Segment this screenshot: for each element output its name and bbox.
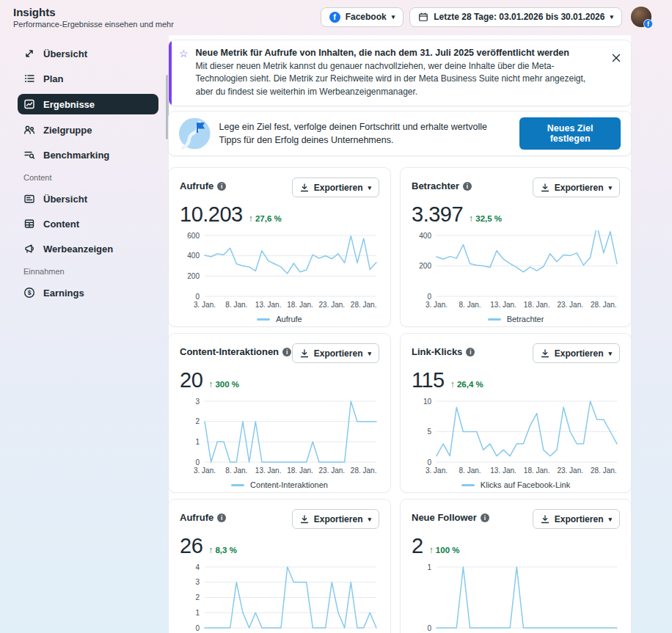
metric-card-betrachter: Betrachter i Exportieren ▾ 3.397 ↑ 32,5 … xyxy=(401,168,631,326)
svg-text:28. Jan.: 28. Jan. xyxy=(591,466,617,475)
info-icon[interactable]: i xyxy=(217,182,226,191)
sidebar-item-label: Zielgruppe xyxy=(43,125,92,136)
date-range-dropdown[interactable]: Letzte 28 Tage: 03.01.2026 bis 30.01.202… xyxy=(409,7,622,27)
svg-text:28. Jan.: 28. Jan. xyxy=(351,466,377,475)
svg-text:13. Jan.: 13. Jan. xyxy=(255,466,282,475)
svg-text:400: 400 xyxy=(419,232,431,240)
avatar[interactable]: f xyxy=(631,7,651,27)
svg-text:0: 0 xyxy=(195,293,200,301)
insights-page: Insights Performance-Ergebnisse einsehen… xyxy=(0,0,672,633)
sidebar-item-benchmarking[interactable]: Benchmarking xyxy=(18,145,158,164)
download-icon xyxy=(300,349,309,358)
svg-text:3. Jan.: 3. Jan. xyxy=(426,466,448,475)
notification-banner: ☆ Neue Metrik für Aufrufe von Inhalten, … xyxy=(169,40,631,106)
sidebar-item-label: Ergebnisse xyxy=(43,99,95,110)
svg-text:13. Jan.: 13. Jan. xyxy=(490,301,516,309)
svg-text:3: 3 xyxy=(195,398,200,406)
svg-text:8. Jan.: 8. Jan. xyxy=(225,301,247,309)
up-arrow-icon: ↑ xyxy=(469,213,473,224)
legend-line-swatch xyxy=(257,318,270,321)
facebook-badge-icon: f xyxy=(643,19,653,29)
notice-title: Neue Metrik für Aufrufe von Inhalten, di… xyxy=(196,48,604,58)
svg-text:$: $ xyxy=(28,289,32,296)
svg-text:23. Jan.: 23. Jan. xyxy=(557,466,583,475)
sidebar: Übersicht Plan Ergebnisse xyxy=(18,44,158,308)
line-chart: 012343. Jan.8. Jan.13. Jan.18. Jan.23. J… xyxy=(180,562,379,633)
sidebar-item-label: Earnings xyxy=(43,288,84,299)
up-arrow-icon: ↑ xyxy=(429,545,434,555)
page-title: Insights xyxy=(13,6,56,18)
legend-line-swatch xyxy=(231,484,244,486)
chart-legend: Aufrufe xyxy=(180,315,379,323)
download-icon xyxy=(541,349,549,358)
info-icon[interactable]: i xyxy=(282,348,291,356)
card-title: Neue Follower xyxy=(412,512,477,523)
export-button[interactable]: Exportieren ▾ xyxy=(292,343,379,363)
sidebar-item-ergebnisse[interactable]: Ergebnisse xyxy=(18,94,158,114)
info-icon[interactable]: i xyxy=(463,182,472,191)
export-button[interactable]: Exportieren ▾ xyxy=(292,509,379,529)
content-grid-icon xyxy=(23,218,35,230)
metric-change: ↑ 32,5 % xyxy=(469,213,502,224)
overview-icon xyxy=(23,48,35,59)
svg-text:200: 200 xyxy=(187,272,200,280)
info-icon[interactable]: i xyxy=(217,513,226,522)
info-icon[interactable]: i xyxy=(481,513,489,522)
sidebar-item-label: Übersicht xyxy=(43,194,87,205)
sidebar-section-content: Content xyxy=(23,173,158,182)
sidebar-item-earnings[interactable]: $ Earnings xyxy=(18,283,158,302)
results-chart-icon xyxy=(23,98,35,110)
svg-text:23. Jan.: 23. Jan. xyxy=(319,301,346,309)
up-arrow-icon: ↑ xyxy=(450,379,455,389)
chevron-down-icon: ▾ xyxy=(368,184,371,191)
sidebar-section-einnahmen: Einnahmen xyxy=(23,267,158,276)
sidebar-item-werbeanzeigen[interactable]: Werbeanzeigen xyxy=(18,239,158,258)
goal-banner: Lege ein Ziel fest, verfolge deinen Fort… xyxy=(169,111,631,155)
up-arrow-icon: ↑ xyxy=(208,545,213,555)
svg-text:1: 1 xyxy=(195,609,200,617)
sidebar-item-label: Werbeanzeigen xyxy=(43,244,113,255)
svg-text:0: 0 xyxy=(427,293,431,301)
new-goal-button[interactable]: Neues Ziel festlegen xyxy=(519,117,621,150)
line-chart: 01233. Jan.8. Jan.13. Jan.18. Jan.23. Ja… xyxy=(180,396,379,478)
metric-value: 20 xyxy=(180,368,202,392)
sidebar-item-zielgruppe[interactable]: Zielgruppe xyxy=(18,120,158,139)
sidebar-item-uebersicht[interactable]: Übersicht xyxy=(18,44,158,63)
export-button[interactable]: Exportieren ▾ xyxy=(292,178,379,197)
svg-text:600: 600 xyxy=(187,232,200,240)
close-button[interactable] xyxy=(610,52,622,66)
sidebar-item-label: Plan xyxy=(43,73,63,84)
line-chart: 02004003. Jan.8. Jan.13. Jan.18. Jan.23.… xyxy=(412,230,620,312)
svg-text:1: 1 xyxy=(427,563,431,571)
chevron-down-icon: ▾ xyxy=(608,350,612,357)
calendar-icon xyxy=(418,12,428,22)
chevron-down-icon: ▾ xyxy=(368,516,371,523)
sidebar-item-content[interactable]: Content xyxy=(18,214,158,233)
svg-text:8. Jan.: 8. Jan. xyxy=(225,466,247,475)
export-button[interactable]: Exportieren ▾ xyxy=(533,178,620,197)
metric-card-link-klicks: Link-Klicks i Exportieren ▾ 115 ↑ 26,4 % xyxy=(401,334,631,492)
svg-text:3: 3 xyxy=(195,578,200,586)
metric-value: 115 xyxy=(412,368,445,392)
page-selector-dropdown[interactable]: f Facebook ▾ xyxy=(321,7,404,27)
svg-text:23. Jan.: 23. Jan. xyxy=(557,301,583,309)
metric-change: ↑ 8,3 % xyxy=(208,545,237,555)
download-icon xyxy=(300,515,309,524)
svg-text:23. Jan.: 23. Jan. xyxy=(319,466,346,475)
metric-card-neue-follower: Neue Follower i Exportieren ▾ 2 ↑ 100 % xyxy=(401,500,631,633)
sidebar-item-plan[interactable]: Plan xyxy=(18,69,158,88)
export-button[interactable]: Exportieren ▾ xyxy=(533,343,620,363)
chevron-down-icon: ▾ xyxy=(608,516,612,523)
svg-text:28. Jan.: 28. Jan. xyxy=(591,301,617,309)
page-selector-label: Facebook xyxy=(346,12,387,22)
svg-text:0: 0 xyxy=(195,624,200,632)
star-icon: ☆ xyxy=(179,48,189,98)
info-icon[interactable]: i xyxy=(466,348,475,356)
audience-people-icon xyxy=(23,124,35,136)
svg-text:10: 10 xyxy=(423,398,432,406)
download-icon xyxy=(541,183,549,192)
line-chart: 013. Jan.8. Jan.13. Jan.18. Jan.23. Jan.… xyxy=(412,562,620,633)
line-chart: 02004006003. Jan.8. Jan.13. Jan.18. Jan.… xyxy=(180,230,379,312)
export-button[interactable]: Exportieren ▾ xyxy=(533,509,620,529)
sidebar-item-content-uebersicht[interactable]: Übersicht xyxy=(18,189,158,208)
